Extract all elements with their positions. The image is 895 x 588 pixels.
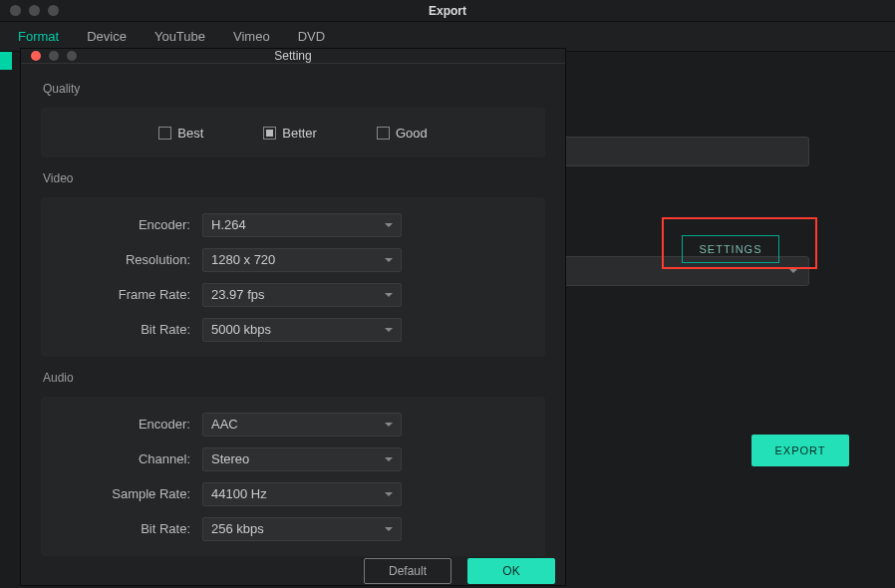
- audio-channel-label: Channel:: [53, 451, 202, 466]
- video-resolution-select[interactable]: 1280 x 720: [202, 248, 402, 272]
- audio-panel: Encoder: AAC Channel: Stereo Sample Rate…: [41, 397, 545, 556]
- audio-samplerate-select[interactable]: 44100 Hz: [202, 482, 402, 506]
- quality-label: Quality: [41, 74, 545, 102]
- left-accent-strip: [0, 52, 12, 588]
- minimize-dot[interactable]: [49, 51, 59, 61]
- video-bitrate-select[interactable]: 5000 kbps: [202, 318, 402, 342]
- quality-best-checkbox[interactable]: Best: [158, 126, 203, 141]
- chevron-down-icon: [385, 223, 393, 227]
- video-framerate-row: Frame Rate: 23.97 fps: [53, 277, 533, 312]
- export-titlebar: Export: [0, 0, 895, 22]
- chevron-down-icon: [385, 492, 393, 496]
- ok-button[interactable]: OK: [467, 558, 555, 584]
- tab-dvd[interactable]: DVD: [298, 29, 325, 44]
- setting-dialog: Setting Quality Best Better Good: [20, 48, 566, 586]
- audio-channel-value: Stereo: [211, 451, 249, 466]
- close-dot[interactable]: [10, 5, 21, 16]
- chevron-down-icon: [385, 457, 393, 461]
- tab-format[interactable]: Format: [18, 29, 59, 44]
- video-bitrate-value: 5000 kbps: [211, 322, 271, 337]
- video-resolution-row: Resolution: 1280 x 720: [53, 242, 533, 277]
- setting-titlebar: Setting: [21, 49, 565, 64]
- close-dot[interactable]: [31, 51, 41, 61]
- checkbox-box: [377, 127, 390, 140]
- quality-better-label: Better: [282, 126, 317, 141]
- zoom-dot[interactable]: [67, 51, 77, 61]
- video-encoder-select[interactable]: H.264: [202, 213, 402, 237]
- quality-panel: Best Better Good: [41, 108, 545, 157]
- video-framerate-value: 23.97 fps: [211, 287, 265, 302]
- chevron-down-icon: [385, 527, 393, 531]
- video-bitrate-label: Bit Rate:: [53, 322, 202, 337]
- chevron-down-icon: [385, 293, 393, 297]
- audio-samplerate-value: 44100 Hz: [211, 486, 267, 501]
- quality-good-label: Good: [396, 126, 428, 141]
- export-traffic-lights: [10, 5, 59, 16]
- checkbox-box: [263, 127, 276, 140]
- video-encoder-row: Encoder: H.264: [53, 207, 533, 242]
- audio-encoder-value: AAC: [211, 417, 238, 432]
- default-button[interactable]: Default: [364, 558, 451, 584]
- tab-device[interactable]: Device: [87, 29, 127, 44]
- setting-footer: Default OK: [21, 556, 565, 585]
- video-panel: Encoder: H.264 Resolution: 1280 x 720 Fr…: [41, 197, 545, 357]
- quality-good-checkbox[interactable]: Good: [377, 126, 428, 141]
- audio-bitrate-label: Bit Rate:: [53, 521, 202, 536]
- chevron-down-icon: [385, 423, 393, 427]
- minimize-dot[interactable]: [29, 5, 40, 16]
- setting-title: Setting: [274, 49, 311, 63]
- audio-encoder-select[interactable]: AAC: [202, 413, 402, 437]
- audio-samplerate-row: Sample Rate: 44100 Hz: [53, 476, 533, 511]
- video-framerate-select[interactable]: 23.97 fps: [202, 283, 402, 307]
- settings-button[interactable]: SETTINGS: [682, 235, 779, 263]
- audio-channel-row: Channel: Stereo: [53, 441, 533, 476]
- tab-vimeo[interactable]: Vimeo: [233, 29, 270, 44]
- quality-better-checkbox[interactable]: Better: [263, 126, 317, 141]
- audio-encoder-label: Encoder:: [53, 417, 202, 432]
- audio-bitrate-select[interactable]: 256 kbps: [202, 517, 402, 541]
- chevron-down-icon: [385, 328, 393, 332]
- audio-channel-select[interactable]: Stereo: [202, 447, 402, 471]
- audio-encoder-row: Encoder: AAC: [53, 407, 533, 441]
- audio-bitrate-row: Bit Rate: 256 kbps: [53, 511, 533, 546]
- tab-youtube[interactable]: YouTube: [154, 29, 205, 44]
- quality-row: Best Better Good: [53, 118, 533, 147]
- export-title: Export: [429, 4, 466, 18]
- export-button[interactable]: EXPORT: [751, 435, 849, 466]
- chevron-down-icon: [385, 258, 393, 262]
- video-resolution-value: 1280 x 720: [211, 252, 275, 267]
- audio-label: Audio: [41, 363, 545, 391]
- setting-traffic-lights: [31, 51, 77, 61]
- audio-bitrate-value: 256 kbps: [211, 521, 264, 536]
- checkbox-box: [158, 127, 171, 140]
- quality-best-label: Best: [177, 126, 203, 141]
- video-encoder-value: H.264: [211, 217, 246, 232]
- video-bitrate-row: Bit Rate: 5000 kbps: [53, 312, 533, 347]
- audio-samplerate-label: Sample Rate:: [53, 486, 202, 501]
- video-label: Video: [41, 163, 545, 191]
- zoom-dot[interactable]: [48, 5, 59, 16]
- video-framerate-label: Frame Rate:: [53, 287, 202, 302]
- setting-content: Quality Best Better Good Video: [21, 64, 565, 556]
- video-encoder-label: Encoder:: [53, 217, 202, 232]
- video-resolution-label: Resolution:: [53, 252, 202, 267]
